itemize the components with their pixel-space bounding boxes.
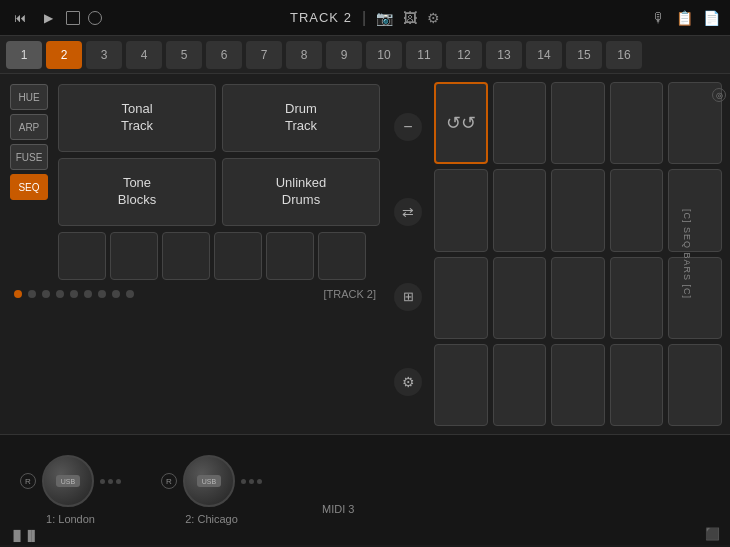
track-14[interactable]: 14: [526, 41, 562, 69]
image-icon[interactable]: 🖼: [403, 10, 417, 26]
track-3[interactable]: 3: [86, 41, 122, 69]
grid-section: HUE ARP FUSE SEQ TonalTrack DrumTrack To…: [10, 84, 380, 226]
dot-7[interactable]: [98, 290, 106, 298]
track-15[interactable]: 15: [566, 41, 602, 69]
camera-icon[interactable]: 📷: [376, 10, 393, 26]
play-btn[interactable]: ▶: [38, 8, 58, 28]
pad-3-4[interactable]: [668, 344, 722, 426]
track-7[interactable]: 7: [246, 41, 282, 69]
dot-2[interactable]: [28, 290, 36, 298]
pad-1-3[interactable]: [610, 169, 664, 251]
unlinked-drums-block[interactable]: UnlinkedDrums: [222, 158, 380, 226]
corner-icon: ⬛: [705, 527, 720, 541]
track-6[interactable]: 6: [206, 41, 242, 69]
track-title: TRACK 2: [290, 10, 352, 25]
tone-blocks-block[interactable]: ToneBlocks: [58, 158, 216, 226]
grid-ctrl-btn[interactable]: ⊞: [394, 283, 422, 311]
pad-3-0[interactable]: [434, 344, 488, 426]
dot-8[interactable]: [112, 290, 120, 298]
transport-controls: ⏮ ▶: [10, 8, 102, 28]
dot-9[interactable]: [126, 290, 134, 298]
small-block-3[interactable]: [162, 232, 210, 280]
pad-1-2[interactable]: [551, 169, 605, 251]
pad-3-3[interactable]: [610, 344, 664, 426]
track-1[interactable]: 1: [6, 41, 42, 69]
pad-0-2[interactable]: [551, 82, 605, 164]
left-panel: HUE ARP FUSE SEQ TonalTrack DrumTrack To…: [0, 74, 390, 434]
chicago-knob[interactable]: USB: [183, 455, 235, 507]
small-block-1[interactable]: [58, 232, 106, 280]
track-13[interactable]: 13: [486, 41, 522, 69]
fuse-btn[interactable]: FUSE: [10, 144, 48, 170]
seq-btn[interactable]: SEQ: [10, 174, 48, 200]
paste-icon[interactable]: 📄: [703, 10, 720, 26]
blocks-grid: TonalTrack DrumTrack ToneBlocks Unlinked…: [58, 84, 380, 226]
pad-2-1[interactable]: [493, 257, 547, 339]
arp-btn[interactable]: ARP: [10, 114, 48, 140]
pad-2-2[interactable]: [551, 257, 605, 339]
tonal-track-block[interactable]: TonalTrack: [58, 84, 216, 152]
pad-0-1[interactable]: [493, 82, 547, 164]
title-area: TRACK 2 | 📷 🖼 ⚙: [290, 9, 440, 27]
pad-1-1[interactable]: [493, 169, 547, 251]
track-4[interactable]: 4: [126, 41, 162, 69]
record-btn[interactable]: [88, 11, 102, 25]
small-block-2[interactable]: [110, 232, 158, 280]
pad-2-0[interactable]: [434, 257, 488, 339]
dot-5[interactable]: [70, 290, 78, 298]
settings-icon[interactable]: ⚙: [427, 10, 440, 26]
seq-bars-label: [C] SEQ BARS [C]: [682, 209, 692, 299]
track-label: [TRACK 2]: [323, 288, 376, 300]
pad-3-1[interactable]: [493, 344, 547, 426]
track-8[interactable]: 8: [286, 41, 322, 69]
right-circle-icon[interactable]: ◎: [712, 88, 726, 102]
device-london: R USB 1: London: [20, 455, 121, 525]
london-knob-usb: USB: [56, 475, 80, 487]
pad-1-0[interactable]: [434, 169, 488, 251]
drum-track-block[interactable]: DrumTrack: [222, 84, 380, 152]
track-9[interactable]: 9: [326, 41, 362, 69]
rewind-btn[interactable]: ⏮: [10, 8, 30, 28]
track-2[interactable]: 2: [46, 41, 82, 69]
top-bar-right: 🎙 📋 📄: [652, 10, 720, 26]
pad-2-4[interactable]: [668, 257, 722, 339]
london-label: 1: London: [46, 513, 95, 525]
pad-0-3[interactable]: [610, 82, 664, 164]
stop-btn[interactable]: [66, 11, 80, 25]
dot-6[interactable]: [84, 290, 92, 298]
settings-ctrl-btn[interactable]: ⚙: [394, 368, 422, 396]
track-11[interactable]: 11: [406, 41, 442, 69]
blocks-row-1: TonalTrack DrumTrack: [58, 84, 380, 152]
main-content: HUE ARP FUSE SEQ TonalTrack DrumTrack To…: [0, 74, 730, 434]
pad-0-0[interactable]: ↺↺: [434, 82, 488, 164]
dot-1[interactable]: [14, 290, 22, 298]
repeat-icon: ↺↺: [446, 112, 476, 134]
side-buttons: HUE ARP FUSE SEQ: [10, 84, 52, 226]
track-12[interactable]: 12: [446, 41, 482, 69]
midi-label: MIDI 3: [322, 503, 354, 535]
hue-btn[interactable]: HUE: [10, 84, 48, 110]
track-10[interactable]: 10: [366, 41, 402, 69]
pad-3-2[interactable]: [551, 344, 605, 426]
track-16[interactable]: 16: [606, 41, 642, 69]
pad-2-3[interactable]: [610, 257, 664, 339]
small-block-4[interactable]: [214, 232, 262, 280]
chicago-reset-btn[interactable]: R: [161, 473, 177, 489]
minus-ctrl-btn[interactable]: −: [394, 113, 422, 141]
small-block-5[interactable]: [266, 232, 314, 280]
london-reset-btn[interactable]: R: [20, 473, 36, 489]
small-block-6[interactable]: [318, 232, 366, 280]
copy-icon[interactable]: 📋: [676, 10, 693, 26]
swap-ctrl-btn[interactable]: ⇄: [394, 198, 422, 226]
mic-off-icon[interactable]: 🎙: [652, 10, 666, 26]
dot-3[interactable]: [42, 290, 50, 298]
bottom-section: R USB 1: London R USB 2: Chicago: [0, 434, 730, 545]
dot-4[interactable]: [56, 290, 64, 298]
bars-icon[interactable]: ▐▌▐▌: [10, 530, 38, 541]
blocks-row-2: ToneBlocks UnlinkedDrums: [58, 158, 380, 226]
left-footer: [TRACK 2]: [10, 288, 380, 300]
device-chicago-knob-area: R USB: [161, 455, 262, 507]
london-knob[interactable]: USB: [42, 455, 94, 507]
track-5[interactable]: 5: [166, 41, 202, 69]
pad-1-4[interactable]: [668, 169, 722, 251]
